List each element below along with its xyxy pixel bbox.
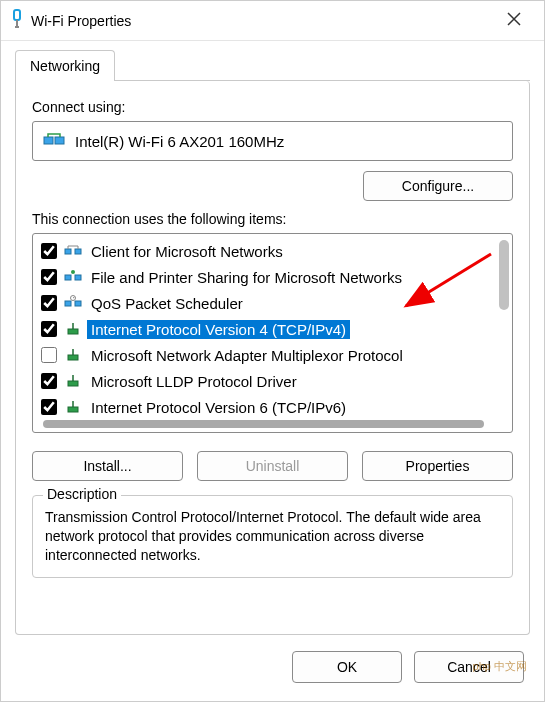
item-buttons-row: Install... Uninstall Properties	[32, 451, 513, 481]
svg-rect-4	[55, 137, 64, 144]
protocol-icon	[63, 321, 83, 337]
svg-rect-2	[15, 26, 19, 28]
protocol-icon	[63, 243, 83, 259]
item-label: Internet Protocol Version 6 (TCP/IPv6)	[87, 398, 350, 417]
install-button[interactable]: Install...	[32, 451, 183, 481]
list-item[interactable]: QoS Packet Scheduler	[35, 290, 488, 316]
titlebar: Wi-Fi Properties	[1, 1, 544, 41]
svg-rect-19	[68, 407, 78, 412]
svg-rect-15	[68, 355, 78, 360]
configure-button[interactable]: Configure...	[363, 171, 513, 201]
item-checkbox[interactable]	[41, 295, 57, 311]
adapter-box[interactable]: Intel(R) Wi-Fi 6 AX201 160MHz	[32, 121, 513, 161]
list-item[interactable]: Microsoft LLDP Protocol Driver	[35, 368, 488, 394]
close-icon[interactable]	[492, 10, 536, 31]
list-item[interactable]: Internet Protocol Version 4 (TCP/IPv4)	[35, 316, 488, 342]
protocol-icon	[63, 295, 83, 311]
item-label: Internet Protocol Version 4 (TCP/IPv4)	[87, 320, 350, 339]
svg-rect-7	[65, 275, 71, 280]
protocol-icon	[63, 347, 83, 363]
svg-rect-11	[75, 301, 81, 306]
item-checkbox[interactable]	[41, 321, 57, 337]
adapter-name: Intel(R) Wi-Fi 6 AX201 160MHz	[75, 133, 284, 150]
dialog-footer: OK Cancel	[1, 635, 544, 701]
svg-rect-6	[75, 249, 81, 254]
svg-point-9	[71, 270, 75, 274]
svg-rect-8	[75, 275, 81, 280]
dialog-body: Networking Connect using: Intel(R) Wi-Fi…	[1, 41, 544, 635]
svg-rect-5	[65, 249, 71, 254]
ok-button[interactable]: OK	[292, 651, 402, 683]
tab-strip: Networking	[15, 49, 530, 81]
tab-content-networking: Connect using: Intel(R) Wi-Fi 6 AX201 16…	[15, 81, 530, 635]
svg-rect-10	[65, 301, 71, 306]
protocol-icon	[63, 269, 83, 285]
description-legend: Description	[43, 486, 121, 502]
svg-rect-0	[14, 10, 20, 20]
adapter-icon	[43, 130, 65, 152]
list-item[interactable]: Microsoft Network Adapter Multiplexor Pr…	[35, 342, 488, 368]
list-item[interactable]: Internet Protocol Version 6 (TCP/IPv6)	[35, 394, 488, 420]
item-label: Client for Microsoft Networks	[87, 242, 287, 261]
items-list[interactable]: Client for Microsoft NetworksFile and Pr…	[32, 233, 513, 433]
scroll-thumb[interactable]	[499, 240, 509, 310]
svg-rect-3	[44, 137, 53, 144]
description-text: Transmission Control Protocol/Internet P…	[45, 508, 500, 565]
item-label: Microsoft Network Adapter Multiplexor Pr…	[87, 346, 407, 365]
item-checkbox[interactable]	[41, 399, 57, 415]
properties-button[interactable]: Properties	[362, 451, 513, 481]
scrollbar-vertical[interactable]	[499, 240, 509, 420]
wifi-icon	[9, 9, 25, 33]
connect-using-label: Connect using:	[32, 99, 513, 115]
item-checkbox[interactable]	[41, 347, 57, 363]
protocol-icon	[63, 399, 83, 415]
uninstall-button[interactable]: Uninstall	[197, 451, 348, 481]
scrollbar-horizontal[interactable]	[43, 420, 484, 428]
window-title: Wi-Fi Properties	[31, 13, 492, 29]
svg-rect-13	[68, 329, 78, 334]
watermark: php 中文网	[473, 659, 527, 674]
item-checkbox[interactable]	[41, 243, 57, 259]
list-item[interactable]: File and Printer Sharing for Microsoft N…	[35, 264, 488, 290]
tab-networking[interactable]: Networking	[15, 50, 115, 81]
item-label: Microsoft LLDP Protocol Driver	[87, 372, 301, 391]
item-label: QoS Packet Scheduler	[87, 294, 247, 313]
protocol-icon	[63, 373, 83, 389]
item-label: File and Printer Sharing for Microsoft N…	[87, 268, 406, 287]
item-checkbox[interactable]	[41, 269, 57, 285]
svg-rect-17	[68, 381, 78, 386]
wifi-properties-dialog: Wi-Fi Properties Networking Connect usin…	[0, 0, 545, 702]
list-item[interactable]: Client for Microsoft Networks	[35, 238, 488, 264]
items-label: This connection uses the following items…	[32, 211, 513, 227]
item-checkbox[interactable]	[41, 373, 57, 389]
description-group: Description Transmission Control Protoco…	[32, 495, 513, 578]
